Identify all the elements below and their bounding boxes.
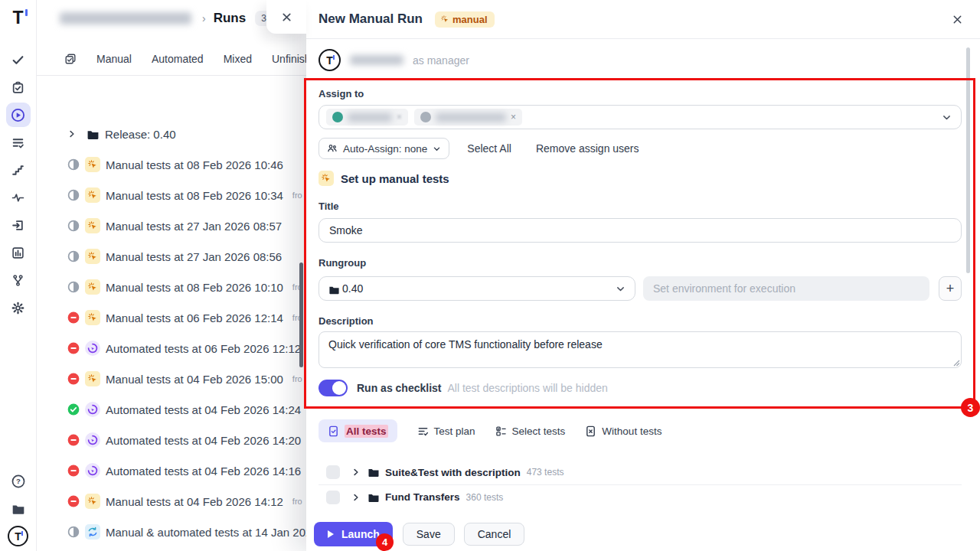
suite-name: Suite&Test with description — [385, 467, 521, 478]
suite-test-count: 473 tests — [527, 467, 564, 478]
projects-folder-icon[interactable] — [6, 497, 31, 521]
remove-assignee-icon[interactable]: × — [397, 112, 402, 122]
run-label: Automated tests at 04 Feb 2026 14:16 — [106, 465, 301, 478]
tab-label: Test plan — [434, 425, 475, 437]
breadcrumb-runs[interactable]: Runs — [214, 11, 247, 26]
failed-status-icon — [67, 495, 80, 507]
auto-assign-button[interactable]: Auto-Assign: none — [318, 138, 449, 159]
tab-plan-tests[interactable]: Test plan — [417, 419, 475, 442]
run-list-item[interactable]: Automated tests at 06 Feb 2026 12:12 — [37, 333, 306, 364]
neutral-status-icon — [67, 250, 80, 262]
filter-tab-manual[interactable]: Manual — [96, 53, 132, 65]
run-list-item[interactable]: Manual tests at 08 Feb 2026 10:34fro — [37, 180, 306, 210]
app-logo[interactable]: T — [12, 6, 23, 29]
runs-play-circle-icon[interactable] — [6, 103, 31, 127]
branch-icon[interactable] — [6, 268, 31, 292]
activity-icon[interactable] — [6, 185, 31, 210]
run-list-item[interactable]: Automated tests at 04 Feb 2026 14:24 — [37, 394, 306, 425]
run-list-item[interactable]: Manual tests at 04 Feb 2026 15:00fro — [37, 364, 306, 394]
help-icon[interactable]: ? — [6, 469, 31, 494]
tab-select-tests[interactable]: Select tests — [495, 419, 566, 442]
clipboard-check-icon[interactable] — [6, 75, 31, 99]
copy-check-icon[interactable] — [64, 53, 77, 65]
play-icon — [327, 530, 335, 539]
run-list-item[interactable]: Manual tests at 27 Jan 2026 08:56 — [37, 241, 306, 272]
run-list-item[interactable]: Manual & automated tests at 14 Jan 2026 — [37, 517, 306, 547]
failed-status-icon — [67, 373, 80, 385]
assignee-chip[interactable]: × — [326, 109, 408, 126]
assign-to-label: Assign to — [318, 88, 364, 99]
checklist-label: Run as checklist — [357, 382, 442, 394]
suite-row[interactable]: Fund Transfers360 tests — [318, 484, 962, 509]
project-name-blurred[interactable] — [60, 12, 191, 24]
chevron-right-icon[interactable] — [351, 468, 361, 477]
description-textarea[interactable]: Quick verification of core TMS functiona… — [318, 331, 962, 368]
manual-run-icon — [85, 218, 100, 233]
manual-run-icon — [85, 187, 100, 203]
neutral-status-icon — [67, 526, 80, 538]
suite-checkbox[interactable] — [326, 491, 340, 504]
list-check-icon[interactable] — [6, 130, 31, 155]
run-list-item[interactable]: Manual tests at 06 Feb 2026 12:14fro — [37, 302, 306, 333]
folder-icon — [368, 491, 380, 504]
panel-close-icon[interactable] — [949, 11, 966, 28]
import-icon[interactable] — [6, 213, 31, 237]
run-group-label: Release: 0.40 — [105, 128, 176, 141]
manual-icon — [318, 171, 334, 186]
cancel-button[interactable]: Cancel — [464, 523, 525, 546]
suite-checkbox[interactable] — [326, 465, 340, 479]
tab-without-tests[interactable]: Without tests — [585, 419, 662, 442]
title-input[interactable] — [318, 218, 962, 243]
run-list-item[interactable]: Manual tests at 08 Feb 2026 10:10fro — [37, 272, 306, 302]
assign-to-select[interactable]: ×× — [318, 105, 962, 129]
panel-scrollbar[interactable] — [966, 47, 970, 273]
automated-run-icon — [85, 341, 100, 356]
run-as-checklist-row: Run as checklist All test descriptions w… — [318, 380, 608, 396]
panel-footer: Launch Save Cancel — [306, 522, 980, 551]
chevron-right-icon[interactable] — [67, 129, 77, 139]
assignee-avatar — [420, 112, 431, 122]
run-suffix-text: fro — [292, 497, 302, 506]
remove-assignee-icon[interactable]: × — [511, 112, 516, 122]
owner-name-blurred — [350, 55, 403, 65]
assignee-chip[interactable]: × — [414, 109, 522, 126]
chevron-down-icon[interactable] — [942, 112, 952, 122]
folder-icon — [328, 282, 340, 295]
filter-tab-mixed[interactable]: Mixed — [224, 53, 252, 65]
manual-cursor-icon — [440, 15, 449, 24]
run-list-item[interactable]: Manual tests at 04 Feb 2026 14:12fro — [37, 486, 306, 517]
run-list-item[interactable]: Manual tests at 08 Feb 2026 10:46 — [37, 149, 306, 180]
check-icon[interactable] — [6, 47, 31, 72]
toggle-knob — [332, 381, 346, 395]
run-list-item[interactable]: Automated tests at 04 Feb 2026 14:20 — [37, 425, 306, 455]
suite-row[interactable]: Suite&Test with description473 tests — [318, 460, 962, 484]
logo-accent — [21, 531, 23, 536]
panel-close-tab-button[interactable] — [266, 0, 306, 34]
run-list-item[interactable]: Manual tests at 27 Jan 2026 08:57 — [37, 210, 306, 241]
filter-tab-automated[interactable]: Automated — [152, 53, 204, 65]
steps-icon[interactable] — [6, 158, 31, 182]
gear-icon[interactable] — [6, 295, 31, 320]
run-list-item[interactable]: Automated tests at 04 Feb 2026 14:16 — [37, 455, 306, 486]
select-all-button[interactable]: Select All — [467, 142, 511, 155]
chevron-right-icon[interactable] — [351, 493, 361, 502]
all-tests-icon — [328, 425, 339, 437]
checklist-hint: All test descriptions will be hidden — [448, 382, 608, 394]
run-group-row[interactable]: Release: 0.40 — [37, 119, 306, 149]
svg-text:?: ? — [16, 477, 21, 485]
failed-status-icon — [67, 311, 80, 324]
rungroup-select[interactable]: 0.40 — [318, 276, 635, 301]
run-as-checklist-toggle[interactable] — [318, 380, 348, 396]
resize-grip-icon[interactable] — [953, 360, 960, 367]
environment-input[interactable] — [643, 276, 929, 301]
tab-all-tests[interactable]: All tests — [318, 419, 397, 442]
annotation-label-4: 4 — [376, 533, 394, 551]
neutral-status-icon — [67, 220, 80, 232]
bar-chart-icon[interactable] — [6, 240, 31, 265]
list-scrollbar[interactable] — [299, 262, 303, 367]
account-logo[interactable]: T — [8, 526, 28, 546]
add-environment-button[interactable]: + — [939, 276, 962, 301]
remove-assign-users-button[interactable]: Remove assign users — [536, 142, 639, 155]
manual-run-icon — [85, 157, 100, 172]
save-button[interactable]: Save — [403, 523, 455, 546]
